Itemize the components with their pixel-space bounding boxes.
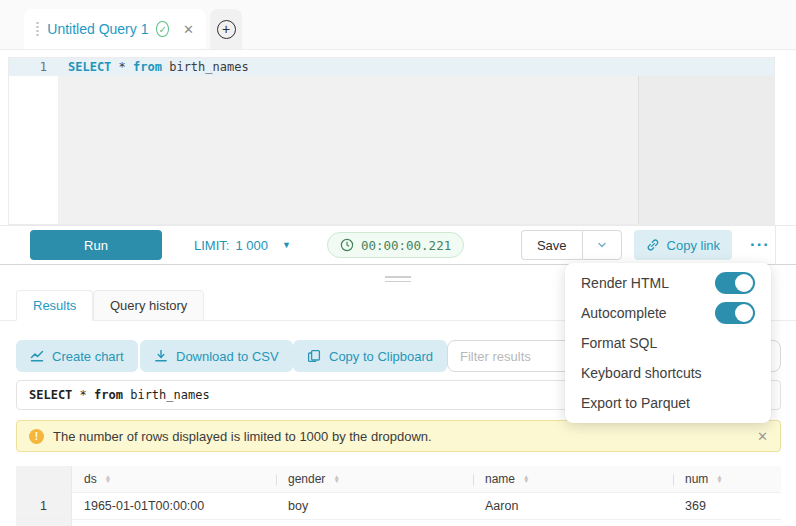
limit-value: 1 000 — [235, 238, 268, 253]
clipboard-copy-icon — [307, 349, 321, 363]
warning-text: The number of rows displayed is limited … — [53, 429, 432, 444]
cell-num — [673, 520, 780, 526]
editor-margin-zone — [638, 76, 774, 224]
column-header-label: gender — [288, 472, 325, 486]
editor-toolbar: Run LIMIT: 1 000 ▼ 00:00:00.221 Save — [0, 225, 796, 264]
more-options-button[interactable]: ··· — [750, 235, 770, 255]
drag-dots-icon[interactable] — [36, 22, 38, 37]
sort-icon[interactable]: ▲▼ — [716, 475, 722, 484]
row-number: 1 — [16, 493, 72, 519]
menu-item-autocomplete[interactable]: Autocomplete — [565, 298, 771, 328]
sql-editor[interactable]: 1 SELECT * from birth_names — [8, 57, 775, 225]
cell-ds: 1965-01-01T00:00:00 — [72, 493, 276, 519]
close-tab-icon[interactable]: ✕ — [183, 22, 194, 37]
limit-dropdown[interactable]: LIMIT: 1 000 ▼ — [194, 238, 291, 253]
menu-item-render-html[interactable]: Render HTML — [565, 268, 771, 298]
column-header-label: name — [485, 472, 515, 486]
query-success-check-icon: ✓ — [156, 21, 169, 37]
editor-gutter — [9, 58, 58, 224]
row-number-header — [16, 466, 72, 492]
sort-icon[interactable]: ▲▼ — [523, 475, 529, 484]
save-options-button[interactable] — [582, 230, 622, 260]
caret-down-icon: ▼ — [282, 240, 291, 250]
cell-ds — [72, 520, 276, 526]
toolbar-right-border — [775, 225, 776, 265]
sql-table-name: birth_names — [169, 60, 248, 74]
menu-item-label: Format SQL — [581, 335, 657, 351]
query-timer: 00:00:00.221 — [327, 232, 464, 258]
column-header-ds[interactable]: ds ▲▼ — [72, 466, 276, 492]
sql-keyword: SELECT — [29, 388, 72, 402]
menu-item-label: Autocomplete — [581, 305, 667, 321]
run-button[interactable]: Run — [30, 230, 162, 260]
table-row — [16, 520, 781, 526]
cell-gender: boy — [276, 493, 473, 519]
table-header-row: ds ▲▼ gender ▲▼ name ▲▼ num ▲▼ — [16, 466, 781, 493]
column-header-gender[interactable]: gender ▲▼ — [276, 466, 473, 492]
column-header-label: num — [685, 472, 708, 486]
dismiss-warning-icon[interactable]: ✕ — [757, 429, 768, 444]
limit-label: LIMIT: — [194, 238, 229, 253]
render-html-toggle[interactable] — [715, 272, 755, 294]
tab-query-history[interactable]: Query history — [93, 290, 204, 321]
copy-link-label: Copy link — [667, 238, 720, 253]
menu-item-label: Keyboard shortcuts — [581, 365, 702, 381]
results-table: ds ▲▼ gender ▲▼ name ▲▼ num ▲▼ — [16, 466, 781, 526]
sort-icon[interactable]: ▲▼ — [333, 475, 339, 484]
download-csv-button[interactable]: Download to CSV — [140, 340, 293, 372]
editor-code-line[interactable]: SELECT * from birth_names — [58, 58, 774, 76]
elapsed-time: 00:00:00.221 — [361, 238, 451, 253]
download-icon — [154, 349, 168, 363]
link-icon — [646, 238, 660, 252]
save-button[interactable]: Save — [521, 230, 582, 260]
add-tab-button[interactable]: + — [210, 9, 242, 49]
clock-icon — [340, 238, 354, 252]
sql-table-name: birth_names — [130, 388, 209, 402]
editor-line-number: 1 — [9, 58, 58, 76]
sql-lab-page: Untitled Query 1 ✓ ✕ + 1 SELECT * from b… — [0, 0, 796, 526]
menu-item-export-parquet[interactable]: Export to Parquet — [565, 388, 771, 418]
cell-num: 369 — [673, 493, 780, 519]
tab-results[interactable]: Results — [16, 290, 93, 321]
sql-operator: * — [111, 60, 133, 74]
save-split-button: Save — [521, 230, 622, 260]
chart-line-icon — [30, 349, 44, 363]
download-csv-label: Download to CSV — [176, 349, 279, 364]
copy-clipboard-label: Copy to Clipboard — [329, 349, 433, 364]
toolbar-right-group: Save Copy link ··· — [521, 230, 770, 260]
sql-keyword: SELECT — [68, 60, 111, 74]
menu-item-label: Render HTML — [581, 275, 669, 291]
query-tab-bar: Untitled Query 1 ✓ ✕ + — [0, 0, 796, 50]
query-tab-label: Untitled Query 1 — [47, 21, 148, 37]
sql-operator: * — [72, 388, 94, 402]
warning-icon: ! — [29, 429, 44, 444]
editor-print-margin — [638, 76, 639, 224]
sql-keyword: from — [133, 60, 162, 74]
menu-item-keyboard-shortcuts[interactable]: Keyboard shortcuts — [565, 358, 771, 388]
copy-clipboard-button[interactable]: Copy to Clipboard — [293, 340, 447, 372]
sort-icon[interactable]: ▲▼ — [105, 475, 111, 484]
column-header-name[interactable]: name ▲▼ — [473, 466, 673, 492]
create-chart-label: Create chart — [52, 349, 124, 364]
cell-name: Aaron — [473, 493, 673, 519]
query-tab[interactable]: Untitled Query 1 ✓ ✕ — [24, 9, 206, 49]
plus-icon: + — [217, 20, 236, 39]
sql-keyword: from — [94, 388, 123, 402]
autocomplete-toggle[interactable] — [715, 302, 755, 324]
copy-link-button[interactable]: Copy link — [634, 230, 732, 260]
menu-item-format-sql[interactable]: Format SQL — [565, 328, 771, 358]
pane-resize-handle[interactable] — [385, 276, 411, 285]
column-header-label: ds — [84, 472, 97, 486]
table-row: 1 1965-01-01T00:00:00 boy Aaron 369 — [16, 493, 781, 520]
create-chart-button[interactable]: Create chart — [16, 340, 138, 372]
cell-name — [473, 520, 673, 526]
column-header-num[interactable]: num ▲▼ — [673, 466, 780, 492]
row-number — [16, 520, 72, 526]
more-options-menu: Render HTML Autocomplete Format SQL Keyb… — [565, 263, 771, 423]
menu-item-label: Export to Parquet — [581, 395, 690, 411]
sql-table-name — [123, 388, 130, 402]
cell-gender — [276, 520, 473, 526]
row-limit-warning-banner: ! The number of rows displayed is limite… — [16, 420, 781, 452]
